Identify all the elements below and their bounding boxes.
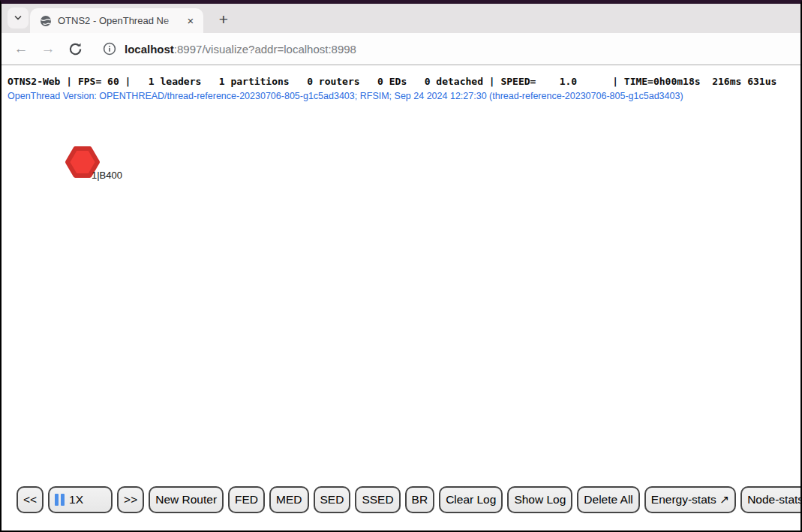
address-toolbar: ← → localhost:8997/visualize?addr=localh… — [2, 33, 800, 65]
pause-speed-button[interactable]: 1X — [48, 486, 113, 513]
node-label: 1|B400 — [92, 170, 122, 181]
site-info-icon[interactable] — [101, 40, 119, 58]
tab-strip: OTNS2 - OpenThread Ne × + — [2, 4, 800, 33]
globe-favicon-icon — [40, 15, 52, 27]
back-icon[interactable]: ← — [12, 40, 30, 58]
browser-window: OTNS2 - OpenThread Ne × + ← → localhost:… — [0, 0, 802, 532]
new-router-button[interactable]: New Router — [149, 486, 224, 513]
simulation-status-line: OTNS2-Web | FPS= 60 | 1 leaders 1 partit… — [8, 76, 800, 87]
energy-stats-button[interactable]: Energy-stats ↗ — [644, 486, 736, 513]
url-path: :8997/visualize?addr=localhost:8998 — [174, 43, 356, 56]
tab-search-button[interactable] — [8, 8, 29, 29]
new-ssed-button[interactable]: SSED — [355, 486, 400, 513]
new-br-button[interactable]: BR — [405, 486, 435, 513]
tab-title: OTNS2 - OpenThread Ne — [58, 14, 179, 27]
delete-all-button[interactable]: Delete All — [577, 486, 639, 513]
clear-log-button[interactable]: Clear Log — [439, 486, 503, 513]
tab-close-icon[interactable]: × — [184, 14, 197, 28]
simulation-canvas[interactable]: OTNS2-Web | FPS= 60 | 1 leaders 1 partit… — [2, 65, 800, 527]
url-host: localhost — [125, 43, 174, 56]
speed-label: 1X — [69, 493, 83, 506]
new-med-button[interactable]: MED — [269, 486, 308, 513]
show-log-button[interactable]: Show Log — [507, 486, 572, 513]
openthread-version-line: OpenThread Version: OPENTHREAD/thread-re… — [8, 91, 800, 101]
new-tab-button[interactable]: + — [213, 9, 234, 30]
chevron-down-icon — [13, 13, 23, 23]
action-toolbar: << 1X >> New Router FED MED SED SSED BR … — [17, 486, 800, 513]
node-stats-button[interactable]: Node-stats ↗ — [740, 486, 800, 513]
new-fed-button[interactable]: FED — [228, 486, 265, 513]
reload-icon[interactable] — [66, 40, 84, 58]
speed-down-button[interactable]: << — [17, 486, 44, 513]
pause-icon — [55, 494, 65, 506]
speed-up-button[interactable]: >> — [117, 486, 144, 513]
forward-icon[interactable]: → — [39, 40, 57, 58]
address-input[interactable]: localhost:8997/visualize?addr=localhost:… — [125, 43, 356, 56]
tab-otns2[interactable]: OTNS2 - OpenThread Ne × — [30, 8, 203, 33]
thread-node-leader[interactable]: 1|B400 — [65, 146, 101, 179]
new-sed-button[interactable]: SED — [314, 486, 351, 513]
